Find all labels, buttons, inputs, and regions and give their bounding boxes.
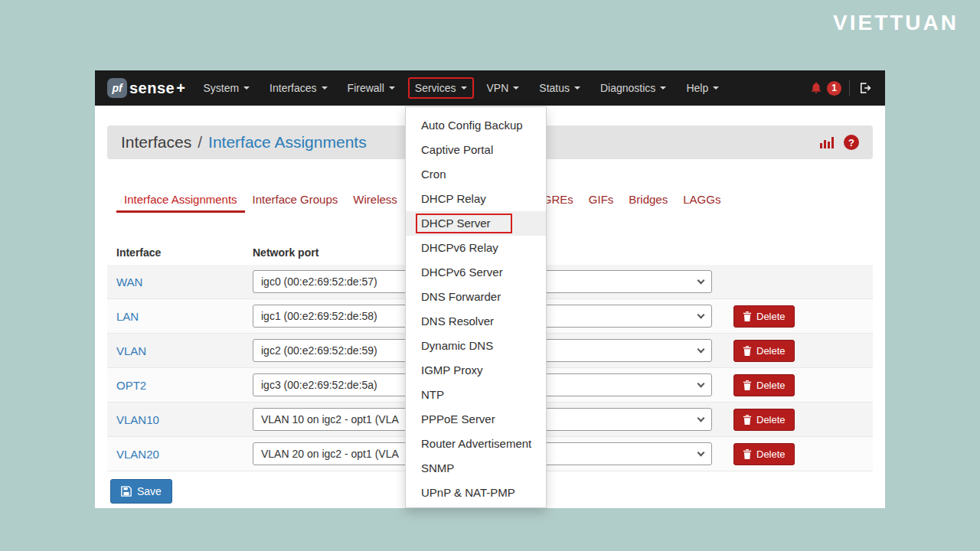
menu-item-dhcp-relay[interactable]: DHCP Relay bbox=[406, 187, 546, 211]
menu-item-dns-resolver[interactable]: DNS Resolver bbox=[406, 309, 546, 334]
page-background: VIETTUAN pf sense+ System Interfaces Fir… bbox=[0, 0, 980, 551]
menu-item-dhcpv6-relay[interactable]: DHCPv6 Relay bbox=[406, 236, 546, 260]
caret-down-icon bbox=[713, 86, 719, 90]
save-floppy-icon bbox=[121, 486, 132, 497]
menu-item-dynamic-dns[interactable]: Dynamic DNS bbox=[406, 334, 546, 358]
interface-link-opt2[interactable]: OPT2 bbox=[116, 379, 253, 392]
status-chart-icon[interactable] bbox=[819, 136, 835, 148]
select-chevron-icon bbox=[697, 380, 705, 388]
select-chevron-icon bbox=[697, 277, 705, 285]
trash-icon bbox=[743, 415, 752, 425]
trash-icon bbox=[743, 380, 752, 390]
breadcrumb-separator: / bbox=[198, 133, 202, 152]
caret-down-icon bbox=[513, 86, 519, 90]
menu-item-ntp[interactable]: NTP bbox=[406, 383, 546, 407]
delete-button-vlan10[interactable]: Delete bbox=[733, 409, 795, 431]
annotation-highlight-box: DHCP Server bbox=[416, 214, 512, 233]
caret-down-icon bbox=[389, 86, 395, 90]
nav-menu-interfaces[interactable]: Interfaces bbox=[263, 77, 334, 99]
caret-down-icon bbox=[660, 86, 666, 90]
notifications-bell-icon[interactable] bbox=[809, 81, 823, 95]
nav-menu-diagnostics[interactable]: Diagnostics bbox=[593, 77, 673, 99]
services-dropdown-menu: Auto Config Backup Captive Portal Cron D… bbox=[405, 106, 547, 508]
pfsense-logo-icon: pf bbox=[107, 78, 127, 98]
tab-laggs[interactable]: LAGGs bbox=[675, 187, 728, 213]
menu-item-igmp-proxy[interactable]: IGMP Proxy bbox=[406, 358, 546, 383]
interface-link-vlan[interactable]: VLAN bbox=[116, 344, 253, 357]
breadcrumb-actions: ? bbox=[819, 135, 859, 150]
select-chevron-icon bbox=[697, 415, 705, 422]
interface-link-vlan20[interactable]: VLAN20 bbox=[116, 448, 253, 461]
trash-icon bbox=[743, 346, 752, 356]
tab-interface-assignments[interactable]: Interface Assignments bbox=[116, 187, 245, 213]
nav-menu-help[interactable]: Help bbox=[679, 77, 726, 99]
delete-button-opt2[interactable]: Delete bbox=[733, 374, 795, 396]
menu-item-dns-forwarder[interactable]: DNS Forwarder bbox=[406, 285, 546, 309]
interface-link-vlan10[interactable]: VLAN10 bbox=[116, 413, 253, 426]
help-icon[interactable]: ? bbox=[844, 135, 859, 150]
tab-bridges[interactable]: Bridges bbox=[621, 187, 675, 213]
delete-button-vlan20[interactable]: Delete bbox=[733, 443, 795, 465]
navbar-right: 1 bbox=[809, 80, 873, 96]
interface-link-wan[interactable]: WAN bbox=[116, 276, 253, 289]
tab-gifs[interactable]: GIFs bbox=[581, 187, 622, 213]
nav-menu-firewall[interactable]: Firewall bbox=[341, 77, 402, 99]
menu-item-cron[interactable]: Cron bbox=[406, 162, 546, 187]
caret-down-icon bbox=[461, 86, 467, 90]
pfsense-window: pf sense+ System Interfaces Firewall Ser… bbox=[95, 70, 885, 508]
trash-icon bbox=[743, 449, 752, 459]
pfsense-logo[interactable]: pf sense+ bbox=[107, 78, 185, 98]
menu-item-router-advertisement[interactable]: Router Advertisement bbox=[406, 432, 546, 456]
caret-down-icon bbox=[322, 86, 328, 90]
tab-wireless[interactable]: Wireless bbox=[345, 187, 405, 213]
breadcrumb-current-page: Interface Assignments bbox=[208, 133, 367, 152]
navbar-divider bbox=[849, 80, 850, 96]
caret-down-icon bbox=[243, 86, 250, 90]
interface-link-lan[interactable]: LAN bbox=[116, 310, 253, 323]
nav-menu-status[interactable]: Status bbox=[532, 77, 587, 99]
select-chevron-icon bbox=[697, 449, 705, 457]
menu-item-captive-portal[interactable]: Captive Portal bbox=[406, 138, 546, 162]
top-navbar: pf sense+ System Interfaces Firewall Ser… bbox=[95, 70, 885, 106]
select-chevron-icon bbox=[697, 311, 705, 319]
pfsense-logo-prefix: pf bbox=[112, 82, 122, 94]
trash-icon bbox=[743, 311, 752, 321]
menu-item-snmp[interactable]: SNMP bbox=[406, 456, 546, 481]
select-chevron-icon bbox=[697, 346, 705, 354]
menu-item-dhcp-server[interactable]: DHCP Server bbox=[406, 211, 546, 236]
viettuan-logo: VIETTUAN bbox=[833, 11, 959, 35]
save-button[interactable]: Save bbox=[110, 479, 172, 504]
notification-count-badge[interactable]: 1 bbox=[827, 81, 841, 96]
tab-interface-groups[interactable]: Interface Groups bbox=[245, 187, 346, 213]
menu-item-pppoe-server[interactable]: PPPoE Server bbox=[406, 407, 546, 432]
delete-button-lan[interactable]: Delete bbox=[733, 305, 795, 328]
caret-down-icon bbox=[574, 86, 580, 90]
nav-menu-vpn[interactable]: VPN bbox=[480, 77, 527, 99]
nav-menu-system[interactable]: System bbox=[196, 77, 256, 99]
nav-menu-services[interactable]: Services bbox=[408, 77, 474, 99]
menu-item-auto-config-backup[interactable]: Auto Config Backup bbox=[406, 113, 546, 138]
logout-icon[interactable] bbox=[858, 81, 873, 95]
menu-item-upnp-nat-pmp[interactable]: UPnP & NAT-PMP bbox=[406, 481, 546, 505]
delete-button-vlan[interactable]: Delete bbox=[733, 340, 795, 362]
nav-menu: System Interfaces Firewall Services VPN … bbox=[196, 77, 726, 99]
pfsense-logo-text: sense+ bbox=[129, 80, 185, 97]
menu-item-dhcpv6-server[interactable]: DHCPv6 Server bbox=[406, 260, 546, 285]
column-header-interface: Interface bbox=[116, 246, 253, 259]
breadcrumb-section: Interfaces bbox=[121, 133, 191, 152]
